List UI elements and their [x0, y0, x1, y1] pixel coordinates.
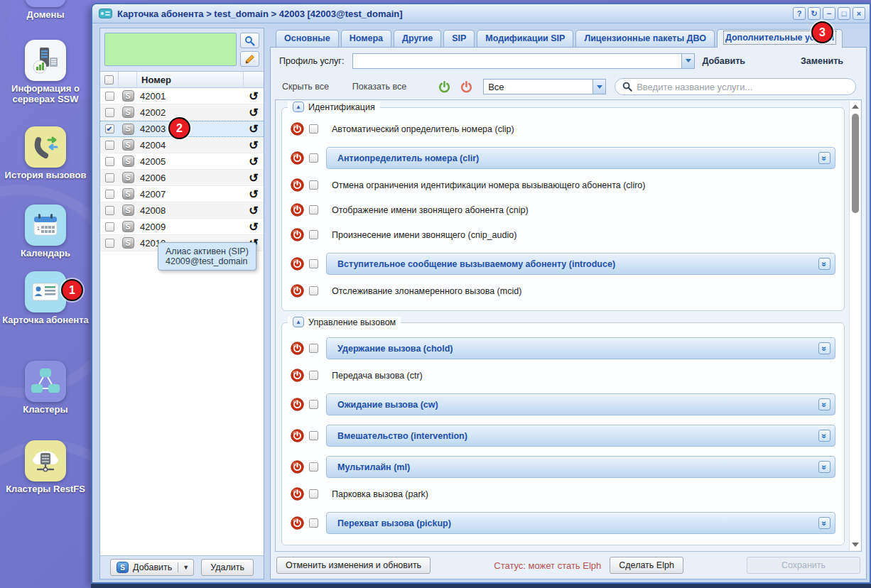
- enable-all-power-icon[interactable]: [438, 80, 451, 94]
- number-checkbox[interactable]: [105, 206, 114, 215]
- help-button[interactable]: ?: [793, 7, 806, 20]
- subscriber-card-icon[interactable]: [25, 271, 66, 312]
- power-icon[interactable]: [291, 429, 304, 442]
- add-number-button[interactable]: S Добавить ▼: [110, 559, 194, 576]
- expand-chevron-icon[interactable]: »: [818, 398, 831, 410]
- server-info-icon[interactable]: [25, 40, 66, 81]
- cancel-refresh-button[interactable]: Отменить изменения и обновить: [276, 557, 431, 574]
- service-checkbox[interactable]: [309, 400, 318, 409]
- history-icon[interactable]: ↺: [244, 106, 264, 119]
- close-button[interactable]: ×: [853, 7, 865, 20]
- number-checkbox[interactable]: [105, 157, 114, 166]
- maximize-button[interactable]: □: [838, 7, 850, 20]
- service-bar[interactable]: Ожидание вызова (cw)»: [326, 393, 835, 415]
- service-checkbox[interactable]: [309, 462, 318, 472]
- clusters-icon[interactable]: [25, 361, 66, 402]
- sidebar-item-call-history[interactable]: История вызовов: [0, 126, 91, 180]
- tab-лицензионные-пакеты-дво[interactable]: Лицензионные пакеты ДВО: [575, 30, 715, 47]
- number-checkbox[interactable]: [105, 92, 114, 101]
- service-checkbox[interactable]: [309, 431, 318, 440]
- service-checkbox[interactable]: [309, 489, 318, 499]
- service-checkbox[interactable]: [309, 371, 318, 380]
- service-bar[interactable]: Перехват вызова (pickup)»: [326, 512, 835, 534]
- history-icon[interactable]: ↺: [244, 220, 264, 234]
- tab-основные[interactable]: Основные: [276, 30, 339, 47]
- scrollbar[interactable]: [849, 101, 860, 550]
- sidebar-item-clusters[interactable]: Кластеры: [0, 361, 91, 415]
- power-icon[interactable]: [291, 151, 304, 165]
- refresh-button[interactable]: ↻: [808, 7, 821, 20]
- number-checkbox[interactable]: [105, 141, 114, 150]
- power-icon[interactable]: [291, 178, 304, 192]
- number-row[interactable]: S42001↺: [100, 88, 264, 104]
- tab-sip[interactable]: SIP: [443, 30, 475, 47]
- power-icon[interactable]: [291, 460, 304, 474]
- tab-номера[interactable]: Номера: [341, 30, 391, 47]
- number-checkbox[interactable]: [105, 239, 114, 248]
- expand-chevron-icon[interactable]: »: [818, 258, 831, 270]
- clusters-restfs-icon[interactable]: [25, 440, 66, 481]
- power-icon[interactable]: [291, 228, 304, 241]
- history-icon[interactable]: ↺: [244, 171, 264, 185]
- select-all-checkbox[interactable]: [104, 75, 114, 85]
- number-checkbox[interactable]: [105, 190, 114, 199]
- tab-модификации-sip[interactable]: Модификации SIP: [477, 30, 573, 47]
- minimize-button[interactable]: −: [823, 7, 835, 20]
- search-button[interactable]: [240, 33, 259, 48]
- service-checkbox[interactable]: [309, 259, 318, 268]
- scrollbar-thumb[interactable]: [852, 114, 859, 213]
- history-icon[interactable]: ↺: [244, 89, 264, 103]
- sidebar-item-clusters-restfs[interactable]: Кластеры RestFS: [0, 440, 91, 494]
- service-search-input[interactable]: Введите название услуги...: [615, 78, 856, 95]
- history-icon[interactable]: ↺: [244, 187, 264, 201]
- history-icon[interactable]: ↺: [244, 204, 264, 217]
- power-icon[interactable]: [291, 398, 304, 411]
- show-all-button[interactable]: Показать все: [352, 82, 406, 92]
- power-icon[interactable]: [291, 369, 304, 382]
- power-icon[interactable]: [291, 257, 304, 271]
- expand-chevron-icon[interactable]: »: [818, 152, 831, 164]
- number-checkbox[interactable]: [105, 173, 114, 183]
- service-profile-select[interactable]: [352, 53, 695, 69]
- delete-number-button[interactable]: Удалить: [201, 559, 254, 576]
- expand-chevron-icon[interactable]: »: [818, 342, 831, 354]
- expand-chevron-icon[interactable]: »: [818, 517, 831, 529]
- expand-chevron-icon[interactable]: »: [818, 430, 831, 442]
- scroll-up-arrow[interactable]: [850, 102, 860, 111]
- number-row[interactable]: S42005↺: [100, 153, 264, 170]
- service-checkbox[interactable]: [309, 180, 318, 190]
- calendar-icon[interactable]: 1: [25, 205, 66, 246]
- number-filter-input[interactable]: [104, 33, 237, 66]
- chevron-down-icon[interactable]: [681, 54, 694, 68]
- number-row[interactable]: S42006↺: [100, 170, 264, 186]
- service-filter-select[interactable]: Все: [483, 79, 606, 94]
- sidebar-item-calendar[interactable]: 1Календарь: [0, 205, 91, 258]
- power-icon[interactable]: [291, 516, 304, 530]
- number-row[interactable]: S42009↺: [100, 219, 264, 235]
- number-checkbox[interactable]: [105, 222, 114, 232]
- service-checkbox[interactable]: [309, 153, 318, 163]
- service-checkbox[interactable]: [309, 286, 318, 295]
- service-bar[interactable]: Антиопределитель номера (clir)»: [326, 147, 835, 169]
- number-checkbox[interactable]: ✔: [105, 124, 114, 134]
- make-elph-button[interactable]: Сделать Elph: [610, 557, 683, 574]
- number-row[interactable]: S42007↺: [100, 186, 264, 202]
- service-bar[interactable]: Вмешательство (intervention)»: [326, 425, 835, 447]
- service-bar[interactable]: Удержание вызова (chold)»: [326, 337, 835, 359]
- call-history-icon[interactable]: [25, 126, 66, 168]
- profile-replace-button[interactable]: Заменить: [801, 56, 843, 66]
- history-icon[interactable]: ↺: [244, 155, 264, 168]
- scroll-down-arrow[interactable]: [850, 540, 860, 549]
- service-bar[interactable]: Вступительное сообщение вызываемому абон…: [326, 253, 835, 275]
- service-checkbox[interactable]: [309, 518, 318, 528]
- add-number-dropdown[interactable]: ▼: [178, 562, 193, 572]
- disable-all-power-icon[interactable]: [460, 80, 473, 94]
- edit-button[interactable]: [240, 51, 259, 67]
- numbers-column-header[interactable]: Номер: [137, 72, 244, 87]
- power-icon[interactable]: [291, 487, 304, 501]
- number-row[interactable]: S42004↺: [100, 137, 264, 153]
- history-icon[interactable]: ↺: [244, 138, 264, 152]
- sidebar-item-server-info[interactable]: Информация о серверах SSW: [0, 40, 91, 104]
- power-icon[interactable]: [291, 203, 304, 217]
- history-icon[interactable]: ↺: [244, 122, 264, 136]
